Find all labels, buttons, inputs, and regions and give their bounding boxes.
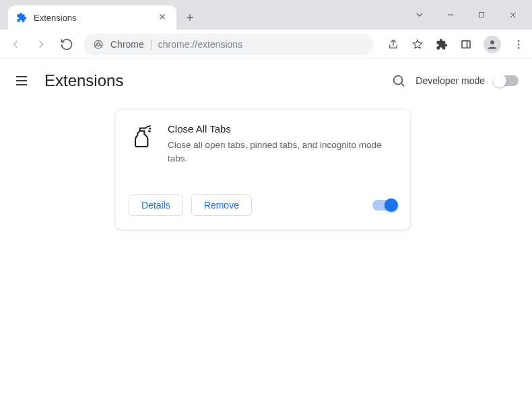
developer-mode-label: Developer mode — [415, 75, 485, 86]
svg-rect-0 — [479, 13, 484, 17]
page-header: Extensions Developer mode — [0, 59, 532, 102]
address-divider — [151, 39, 152, 50]
extension-enable-toggle[interactable] — [372, 200, 397, 211]
titlebar: Extensions — [0, 0, 532, 30]
svg-point-5 — [518, 40, 520, 42]
new-tab-button[interactable] — [180, 8, 199, 27]
close-window-button[interactable] — [497, 1, 528, 28]
extensions-page: Extensions Developer mode Close All T — [0, 59, 532, 409]
tab-search-button[interactable] — [404, 9, 435, 20]
svg-rect-3 — [462, 40, 470, 48]
sidepanel-icon[interactable] — [459, 38, 473, 51]
address-prefix: Chrome — [110, 39, 144, 50]
search-icon[interactable] — [391, 73, 406, 88]
extensions-icon[interactable] — [435, 38, 448, 51]
page-title: Extensions — [44, 71, 123, 90]
address-bar[interactable]: Chrome chrome://extensions — [84, 34, 373, 55]
minimize-button[interactable] — [435, 1, 466, 28]
chrome-icon — [93, 39, 104, 50]
extension-toggle-wrap — [372, 200, 397, 211]
card-area: Close All Tabs Close all open tabs, pinn… — [0, 102, 532, 230]
bookmark-star-icon[interactable] — [411, 38, 424, 51]
share-icon[interactable] — [387, 38, 400, 51]
profile-avatar[interactable] — [484, 36, 501, 53]
svg-point-2 — [97, 42, 100, 46]
spray-bottle-icon — [129, 123, 156, 150]
tab-close-icon[interactable] — [158, 12, 168, 23]
card-actions: Details Remove — [129, 194, 397, 216]
toolbar-right — [387, 36, 525, 53]
extension-card: Close All Tabs Close all open tabs, pinn… — [114, 109, 411, 230]
extension-text: Close All Tabs Close all open tabs, pinn… — [168, 123, 397, 166]
back-button[interactable] — [7, 36, 24, 53]
forward-button[interactable] — [32, 36, 50, 53]
address-url: chrome://extensions — [158, 39, 242, 50]
dev-mode-area: Developer mode — [391, 73, 519, 88]
svg-point-4 — [490, 40, 494, 44]
window-controls — [404, 0, 532, 30]
hamburger-menu-icon[interactable] — [13, 73, 30, 89]
card-top: Close All Tabs Close all open tabs, pinn… — [129, 123, 397, 166]
kebab-menu-icon[interactable] — [512, 38, 525, 51]
svg-point-7 — [518, 46, 520, 48]
reload-button[interactable] — [58, 36, 75, 53]
developer-mode-toggle[interactable] — [494, 75, 519, 86]
browser-tab[interactable]: Extensions — [8, 5, 176, 30]
details-button[interactable]: Details — [129, 194, 183, 216]
extension-name: Close All Tabs — [168, 123, 397, 135]
remove-button[interactable]: Remove — [191, 194, 252, 216]
browser-toolbar: Chrome chrome://extensions — [0, 30, 532, 59]
tab-title: Extensions — [34, 13, 151, 23]
svg-point-8 — [394, 76, 403, 85]
extension-puzzle-icon — [16, 12, 27, 23]
maximize-button[interactable] — [466, 1, 497, 28]
extension-description: Close all open tabs, pinned tabs, and in… — [168, 139, 397, 166]
svg-point-6 — [518, 43, 520, 45]
